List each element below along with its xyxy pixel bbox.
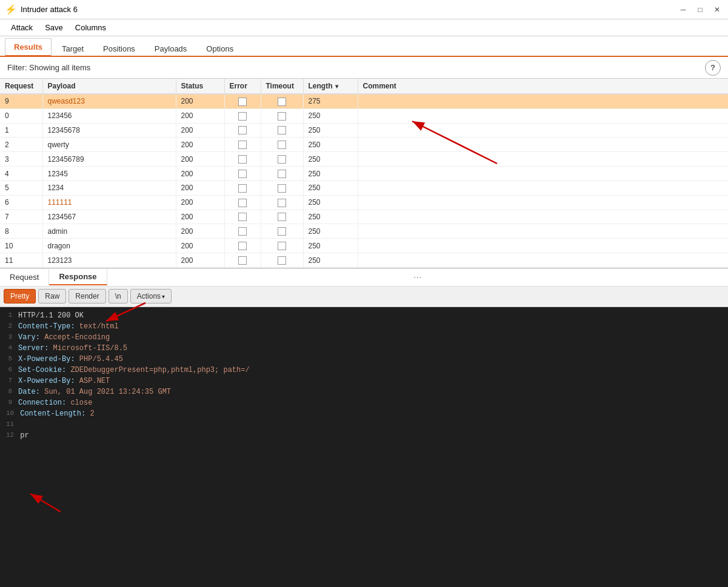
results-table: Request Payload Status Error Timeout Len… (0, 79, 728, 268)
filter-help-button[interactable]: ? (705, 60, 721, 76)
cell-length: 250 (303, 239, 358, 253)
cell-length: 250 (303, 253, 358, 268)
table-row[interactable]: 51234200250 (0, 181, 728, 195)
cell-error (224, 224, 261, 239)
tab-positions[interactable]: Positions (94, 40, 144, 57)
cell-payload[interactable]: 123123 (42, 253, 176, 268)
cell-length: 250 (303, 195, 358, 210)
btn-render[interactable]: Render (68, 289, 105, 303)
col-request[interactable]: Request (0, 79, 42, 94)
line-number: 6 (0, 366, 18, 376)
cell-status: 200 (176, 123, 224, 138)
line-content: Content-Length: 2 (20, 410, 94, 419)
cell-payload[interactable]: 12345678 (42, 123, 176, 138)
table-row[interactable]: 0123456200250 (0, 108, 728, 123)
table-row[interactable]: 3123456789200250 (0, 152, 728, 167)
cell-length: 250 (303, 152, 358, 167)
cell-payload[interactable]: dragon (42, 239, 176, 253)
menu-save[interactable]: Save (39, 21, 69, 35)
cell-status: 200 (176, 94, 224, 108)
col-length[interactable]: Length ▾ (303, 79, 358, 94)
sub-tab-response[interactable]: Response (49, 269, 107, 285)
cell-request: 11 (0, 253, 42, 268)
line-number: 10 (0, 410, 20, 419)
table-row[interactable]: 6111111200250 (0, 195, 728, 210)
btn-pretty[interactable]: Pretty (4, 289, 36, 303)
sort-arrow-icon: ▾ (335, 83, 338, 90)
response-line: 6Set-Cookie: ZDEDebuggerPresent=php,phtm… (0, 365, 728, 376)
tab-target[interactable]: Target (53, 40, 93, 57)
col-payload[interactable]: Payload (42, 79, 176, 94)
menu-columns[interactable]: Columns (69, 21, 112, 35)
line-number: 11 (0, 420, 20, 430)
cell-payload[interactable]: 1234 (42, 181, 176, 195)
cell-status: 200 (176, 239, 224, 253)
cell-timeout (261, 181, 303, 195)
cell-request: 2 (0, 138, 42, 152)
line-content: pr (20, 431, 28, 441)
tab-results[interactable]: Results (5, 38, 52, 57)
bottom-toolbar: Pretty Raw Render \n Actions ▾ (0, 287, 728, 307)
cell-length: 250 (303, 167, 358, 181)
line-number: 9 (0, 399, 18, 408)
table-row[interactable]: 412345200250 (0, 167, 728, 181)
col-status[interactable]: Status (176, 79, 224, 94)
cell-error (224, 253, 261, 268)
cell-request: 4 (0, 167, 42, 181)
table-row[interactable]: 11123123200250 (0, 253, 728, 268)
btn-raw[interactable]: Raw (38, 289, 66, 303)
title-bar: ⚡ Intruder attack 6 ─ □ ✕ (0, 0, 728, 19)
main-container: Request Payload Status Error Timeout Len… (0, 79, 728, 587)
cell-timeout (261, 138, 303, 152)
table-row[interactable]: 10dragon200250 (0, 239, 728, 253)
line-content: X-Powered-By: PHP/5.4.45 (18, 355, 123, 365)
maximize-button[interactable]: □ (694, 4, 706, 16)
col-error[interactable]: Error (224, 79, 261, 94)
col-comment[interactable]: Comment (358, 79, 728, 94)
table-row[interactable]: 9qweasd123200275 (0, 94, 728, 108)
cell-status: 200 (176, 253, 224, 268)
sub-tab-request[interactable]: Request (0, 270, 49, 285)
cell-error (224, 94, 261, 108)
cell-timeout (261, 239, 303, 253)
cell-length: 275 (303, 94, 358, 108)
close-button[interactable]: ✕ (711, 4, 723, 16)
minimize-button[interactable]: ─ (677, 4, 689, 16)
cell-request: 5 (0, 181, 42, 195)
table-row[interactable]: 8admin200250 (0, 224, 728, 239)
cell-status: 200 (176, 152, 224, 167)
table-row[interactable]: 112345678200250 (0, 123, 728, 138)
col-timeout[interactable]: Timeout (261, 79, 303, 94)
cell-timeout (261, 195, 303, 210)
cell-payload[interactable]: 123456789 (42, 152, 176, 167)
cell-error (224, 195, 261, 210)
cell-payload[interactable]: qweasd123 (42, 94, 176, 108)
response-line: 8Date: Sun, 01 Aug 2021 13:24:35 GMT (0, 387, 728, 398)
table-row[interactable]: 71234567200250 (0, 210, 728, 224)
line-content: Vary: Accept-Encoding (18, 333, 110, 343)
cell-error (224, 239, 261, 253)
tab-options[interactable]: Options (197, 40, 242, 57)
response-line: 9Connection: close (0, 398, 728, 409)
btn-newline[interactable]: \n (109, 289, 128, 303)
window-title: Intruder attack 6 (21, 5, 677, 14)
table-row[interactable]: 2qwerty200250 (0, 138, 728, 152)
cell-status: 200 (176, 167, 224, 181)
cell-payload[interactable]: 123456 (42, 108, 176, 123)
chevron-down-icon: ▾ (162, 293, 165, 300)
cell-comment (358, 123, 728, 138)
cell-payload[interactable]: 111111 (42, 195, 176, 210)
cell-comment (358, 181, 728, 195)
btn-actions[interactable]: Actions ▾ (130, 289, 172, 303)
cell-payload[interactable]: 12345 (42, 167, 176, 181)
results-table-area: Request Payload Status Error Timeout Len… (0, 79, 728, 268)
menu-attack[interactable]: Attack (5, 21, 39, 35)
cell-payload[interactable]: qwerty (42, 138, 176, 152)
tab-payloads[interactable]: Payloads (145, 40, 196, 57)
cell-payload[interactable]: 1234567 (42, 210, 176, 224)
lower-panel: Pretty Raw Render \n Actions ▾ 1HTTP/1.1… (0, 287, 728, 587)
cell-status: 200 (176, 138, 224, 152)
cell-payload[interactable]: admin (42, 224, 176, 239)
response-line: 7X-Powered-By: ASP.NET (0, 376, 728, 387)
cell-request: 7 (0, 210, 42, 224)
